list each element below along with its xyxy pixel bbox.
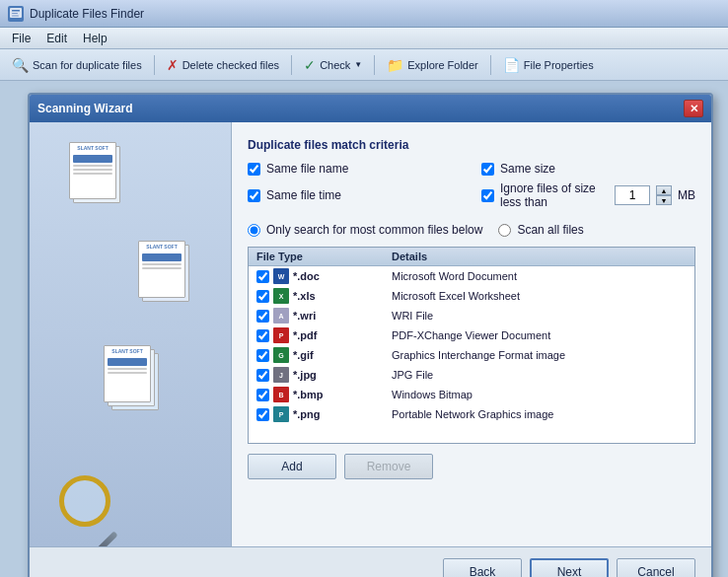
radio-row-all: Scan all files [498, 223, 583, 237]
table-row: B *.bmp Windows Bitmap [249, 385, 694, 404]
dialog-footer: Back Next Cancel [30, 546, 711, 577]
file-type-table-container: File Type Details W *.doc Microsoft Word… [248, 247, 695, 444]
file-type-icon: B [273, 387, 289, 402]
check-button[interactable]: ✓ Check ▼ [296, 54, 370, 76]
dialog-title: Scanning Wizard [37, 102, 133, 115]
tl-9 [142, 263, 182, 265]
magnifier [59, 475, 110, 527]
table-cell-type: G *.gif [249, 345, 384, 365]
add-button[interactable]: Add [248, 454, 336, 479]
doc-page-main-1: SLANT SOFT [69, 142, 116, 199]
explore-label: Explore Folder [407, 59, 478, 71]
menu-bar: File Edit Help [0, 28, 728, 49]
file-row-checkbox[interactable] [256, 270, 269, 283]
explore-icon: 📁 [387, 57, 403, 73]
checkbox-same-name[interactable] [248, 163, 260, 176]
magnifier-glass [59, 475, 110, 527]
table-cell-details: Windows Bitmap [384, 385, 694, 404]
section-title: Duplicate files match criteria [248, 138, 695, 152]
header-4 [142, 253, 182, 261]
radio-common-label: Only search for most common files below [266, 223, 482, 237]
scan-button[interactable]: 🔍 Scan for duplicate files [4, 54, 150, 76]
file-ext: *.pdf [293, 329, 317, 341]
mb-label: MB [678, 188, 695, 202]
file-ext: *.png [293, 408, 321, 420]
menu-edit[interactable]: Edit [38, 30, 75, 47]
logo-text-4: SLANT SOFT [139, 244, 184, 250]
size-value-input[interactable] [615, 185, 650, 205]
table-cell-type: P *.png [249, 404, 384, 424]
checkbox-same-size[interactable] [481, 163, 494, 176]
menu-help[interactable]: Help [75, 30, 115, 47]
table-cell-details: Microsoft Excel Worksheet [384, 286, 694, 306]
header-7 [108, 358, 147, 366]
toolbar-separator-4 [490, 55, 491, 75]
file-ext: *.wri [293, 310, 316, 322]
properties-button[interactable]: 📄 File Properties [495, 54, 602, 76]
back-button[interactable]: Back [443, 558, 522, 578]
main-area: Scanning Wizard ✕ SLANT SOFT SLANT S [0, 81, 728, 577]
file-type-table: File Type Details W *.doc Microsoft Word… [249, 248, 694, 424]
col-header-type: File Type [249, 248, 384, 266]
menu-file[interactable]: File [4, 30, 38, 47]
spinner-up[interactable]: ▲ [656, 185, 672, 195]
radio-all-label: Scan all files [517, 223, 583, 237]
file-row-checkbox[interactable] [256, 369, 269, 382]
file-row-checkbox[interactable] [256, 389, 269, 401]
tl-4 [73, 165, 112, 167]
dialog-body: SLANT SOFT SLANT SOFT [30, 122, 711, 546]
table-row: P *.pdf PDF-XChange Viewer Document [249, 325, 694, 345]
checkbox-row-name: Same file name [248, 162, 462, 176]
table-cell-type: B *.bmp [249, 385, 384, 404]
file-ext: *.bmp [293, 389, 324, 400]
dialog-titlebar: Scanning Wizard ✕ [30, 95, 711, 122]
file-type-icon: A [273, 308, 289, 324]
check-icon: ✓ [304, 57, 316, 73]
checkbox-ignore-size[interactable] [481, 189, 494, 202]
cancel-button[interactable]: Cancel [617, 558, 695, 578]
properties-label: File Properties [524, 59, 594, 71]
tl-10 [142, 267, 182, 269]
file-row-checkbox[interactable] [256, 408, 269, 421]
table-cell-type: X *.xls [249, 286, 384, 306]
tl-13 [108, 368, 147, 370]
dialog-close-button[interactable]: ✕ [684, 100, 703, 117]
svg-rect-2 [12, 13, 18, 14]
checkbox-row-ignore: Ignore files of size less than ▲ ▼ MB [481, 181, 695, 209]
table-cell-type: W *.doc [249, 266, 384, 287]
checkbox-size-label: Same size [500, 162, 555, 176]
table-cell-details: Portable Network Graphics image [384, 404, 694, 424]
file-type-icon: W [273, 268, 289, 284]
file-row-checkbox[interactable] [256, 290, 269, 303]
table-cell-type: A *.wri [249, 306, 384, 325]
checkbox-same-time[interactable] [248, 189, 260, 202]
table-cell-type: P *.pdf [249, 325, 384, 345]
scan-label: Scan for duplicate files [33, 59, 142, 71]
checkbox-row-size: Same size [481, 162, 695, 176]
check-label: Check [320, 59, 350, 71]
remove-button[interactable]: Remove [344, 454, 433, 479]
next-button[interactable]: Next [530, 558, 609, 578]
table-row: X *.xls Microsoft Excel Worksheet [249, 286, 694, 306]
table-row: G *.gif Graphics Interchange Format imag… [249, 345, 694, 365]
toolbar-separator-1 [154, 55, 155, 75]
checkboxes-grid: Same file name Same size Same file time … [248, 162, 695, 209]
table-row: A *.wri WRI File [249, 306, 694, 325]
file-row-checkbox[interactable] [256, 329, 269, 342]
file-row-checkbox[interactable] [256, 349, 269, 362]
file-type-icon: J [273, 367, 289, 383]
check-chevron: ▼ [354, 60, 362, 69]
spinner-down[interactable]: ▼ [656, 195, 672, 205]
delete-button[interactable]: ✗ Delete checked files [159, 54, 287, 76]
radio-all-files[interactable] [498, 224, 511, 237]
app-title: Duplicate Files Finder [30, 7, 144, 21]
app-icon [8, 6, 24, 22]
file-ext: *.xls [293, 290, 316, 302]
explore-button[interactable]: 📁 Explore Folder [379, 54, 486, 76]
file-ext: *.gif [293, 349, 314, 361]
table-row: J *.jpg JPG File [249, 365, 694, 385]
radio-common-files[interactable] [248, 224, 260, 237]
radio-section: Only search for most common files below … [248, 223, 695, 237]
radio-row-common: Only search for most common files below [248, 223, 482, 237]
file-row-checkbox[interactable] [256, 310, 269, 323]
